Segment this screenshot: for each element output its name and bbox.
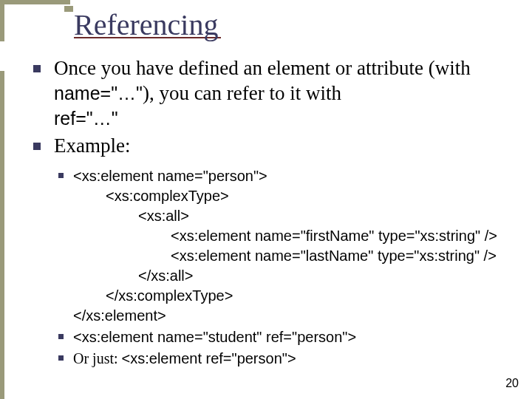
- bullet-example: Example: <xs:element name="person"> <xs:…: [26, 134, 517, 369]
- page-number: 20: [505, 377, 519, 390]
- deco-corner: [63, 4, 75, 13]
- code-line-5: <xs:element name="lastName" type="xs:str…: [73, 246, 517, 266]
- slide-title: Referencing: [74, 8, 218, 41]
- or-just-prefix: Or just:: [73, 350, 122, 366]
- deco-left-bar: [0, 71, 4, 399]
- deco-left-gap: [0, 41, 4, 71]
- code-line-3: <xs:all>: [73, 206, 517, 226]
- title-area: Referencing: [74, 7, 221, 42]
- bullet-definition: Once you have defined an element or attr…: [26, 56, 517, 131]
- code-line-8: </xs:element>: [73, 306, 517, 326]
- code-line-6: </xs:all>: [73, 266, 517, 286]
- slide: Referencing Once you have defined an ele…: [0, 0, 532, 399]
- slide-body: Once you have defined an element or attr…: [26, 56, 517, 372]
- bullet-text-mid: ), you can refer to it with: [143, 82, 341, 104]
- code-line-2: <xs:complexType>: [73, 186, 517, 206]
- deco-top-bar: [0, 0, 70, 4]
- code-line-1: <xs:element name="person">: [73, 166, 517, 186]
- code-student-ref: <xs:element name="student" ref="person">: [54, 327, 517, 347]
- or-just-code: <xs:element ref="person">: [122, 350, 296, 366]
- deco-left-top: [0, 4, 4, 41]
- code-or-just: Or just: <xs:element ref="person">: [54, 349, 517, 369]
- code-line-7: </xs:complexType>: [73, 286, 517, 306]
- bullet-example-text: Example:: [54, 134, 130, 157]
- bullet-text-pre: Once you have defined an element or attr…: [54, 57, 471, 79]
- code-line-4: <xs:element name="firstName" type="xs:st…: [73, 226, 517, 246]
- bullet-code-name: name="…": [54, 83, 143, 103]
- code-block: <xs:element name="person"> <xs:complexTy…: [54, 166, 517, 326]
- bullet-code-ref: ref="…": [54, 108, 118, 129]
